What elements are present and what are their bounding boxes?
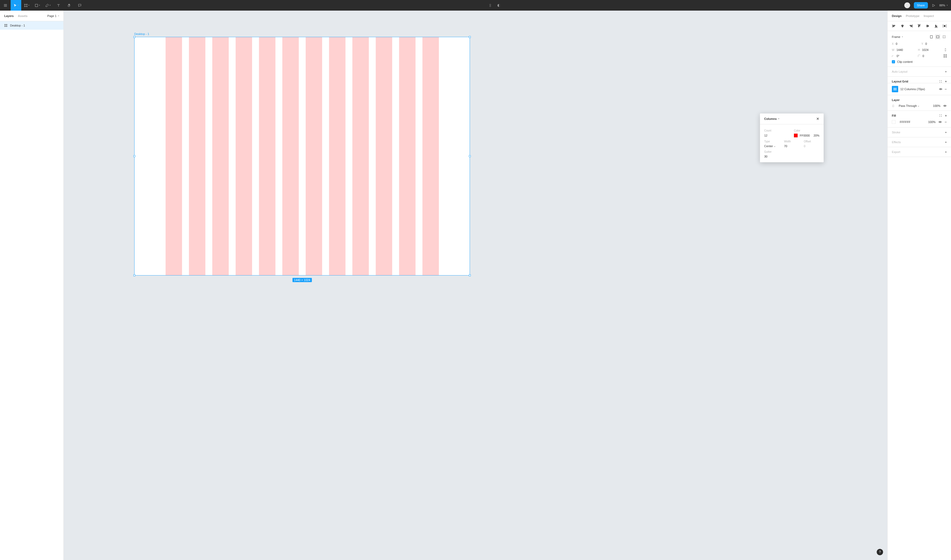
canvas[interactable]: Desktop - 1 1440 × 1024 Columns▾ ✕ Count… xyxy=(64,11,887,560)
plus-icon[interactable]: + xyxy=(945,150,947,154)
y-input[interactable]: 0 xyxy=(925,42,927,45)
resize-handle[interactable] xyxy=(469,36,471,38)
mask-icon[interactable] xyxy=(497,0,501,11)
fill-opacity-input[interactable]: 100% xyxy=(928,120,936,123)
share-button[interactable]: Share xyxy=(914,2,928,8)
svg-rect-20 xyxy=(902,26,903,27)
help-button[interactable]: ? xyxy=(877,549,883,555)
svg-point-44 xyxy=(940,82,940,83)
stroke-title: Stroke xyxy=(892,131,900,134)
hand-tool[interactable] xyxy=(64,0,74,11)
resize-handle[interactable] xyxy=(469,274,471,276)
components-icon[interactable] xyxy=(488,0,492,11)
effects-title: Effects xyxy=(892,140,900,144)
h-input[interactable]: 1024 xyxy=(922,48,928,51)
grid-item-label[interactable]: 12 Columns (70px) xyxy=(900,88,937,91)
svg-rect-7 xyxy=(35,4,37,6)
x-input[interactable]: 0 xyxy=(896,42,897,45)
text-tool[interactable] xyxy=(53,0,64,11)
offset-input: 0 xyxy=(804,145,819,148)
export-title: Export xyxy=(892,150,900,154)
eye-icon[interactable] xyxy=(939,88,943,91)
present-button[interactable] xyxy=(932,0,936,11)
plus-icon[interactable]: + xyxy=(945,140,947,144)
menu-button[interactable] xyxy=(0,0,11,11)
frame-tool[interactable]: ▾ xyxy=(21,0,32,11)
svg-point-51 xyxy=(940,115,940,115)
plus-icon[interactable]: + xyxy=(945,80,947,83)
fill-styles-icon[interactable] xyxy=(939,114,942,117)
avatar[interactable] xyxy=(904,2,910,8)
columns-icon[interactable] xyxy=(892,86,898,92)
radius-icon xyxy=(918,55,920,57)
rotation-input[interactable]: 0° xyxy=(897,54,900,57)
svg-rect-25 xyxy=(919,25,919,27)
minus-icon[interactable]: − xyxy=(945,120,947,124)
tab-inspect[interactable]: Inspect xyxy=(924,14,934,17)
resize-fit-button[interactable] xyxy=(942,34,947,40)
color-hex-input[interactable]: FF0000 xyxy=(800,134,810,137)
shape-tool[interactable]: ▾ xyxy=(32,0,42,11)
opacity-input[interactable]: 100% xyxy=(933,104,940,108)
clip-content-checkbox[interactable]: ✓ xyxy=(892,60,895,63)
svg-point-54 xyxy=(941,116,942,117)
count-input[interactable]: 12 xyxy=(764,134,790,137)
layer-title: Layer xyxy=(892,98,900,102)
resize-handle[interactable] xyxy=(134,36,135,38)
page-selector[interactable]: Page 1▾ xyxy=(47,14,59,17)
plus-icon[interactable]: + xyxy=(945,70,947,73)
svg-rect-29 xyxy=(928,25,928,27)
tab-prototype[interactable]: Prototype xyxy=(906,14,919,17)
columns-popup: Columns▾ ✕ CountColor 12 FF0000 20% xyxy=(760,114,824,162)
zoom-level[interactable]: 88%▾ xyxy=(939,4,948,7)
blend-mode-dropdown[interactable]: Pass Through ▾ xyxy=(899,104,919,108)
frame-preset-dropdown[interactable]: Frame▾ xyxy=(892,35,903,38)
align-right-icon[interactable] xyxy=(909,24,913,28)
resize-handle[interactable] xyxy=(134,155,135,157)
color-opacity-input[interactable]: 20% xyxy=(814,134,819,137)
tab-layers[interactable]: Layers xyxy=(4,14,14,17)
layer-item[interactable]: Desktop - 1 xyxy=(0,21,63,30)
close-icon[interactable]: ✕ xyxy=(816,117,819,121)
align-left-icon[interactable] xyxy=(892,24,896,28)
width-input[interactable]: 70 xyxy=(784,145,800,148)
pen-tool[interactable]: ▾ xyxy=(42,0,53,11)
w-input[interactable]: 1440 xyxy=(896,48,903,51)
distribute-icon[interactable] xyxy=(943,24,947,28)
eye-icon[interactable] xyxy=(938,121,942,123)
move-tool[interactable]: ▾ xyxy=(11,0,21,11)
layoutgrid-title: Layout Grid xyxy=(892,80,908,83)
align-vcenter-icon[interactable] xyxy=(926,24,930,28)
toolbar: ▾ ▾ ▾ ▾ Share 88%▾ xyxy=(0,0,951,11)
svg-rect-39 xyxy=(946,55,946,55)
tab-assets[interactable]: Assets xyxy=(18,14,27,17)
link-icon[interactable] xyxy=(944,48,947,52)
fill-swatch[interactable] xyxy=(892,120,896,124)
plus-icon[interactable]: + xyxy=(945,114,947,117)
frame-label[interactable]: Desktop - 1 xyxy=(134,32,149,35)
resize-handle[interactable] xyxy=(134,274,135,276)
corner-expand-icon[interactable] xyxy=(943,54,947,57)
align-bottom-icon[interactable] xyxy=(934,24,938,28)
align-hcenter-icon[interactable] xyxy=(900,24,905,28)
frame[interactable]: 1440 × 1024 xyxy=(134,37,470,275)
plus-icon[interactable]: + xyxy=(945,131,947,134)
resize-handle[interactable] xyxy=(469,155,471,157)
type-input[interactable]: Center ▾ xyxy=(764,145,780,148)
size-badge: 1440 × 1024 xyxy=(293,278,312,282)
color-swatch[interactable] xyxy=(794,134,798,137)
comment-tool[interactable] xyxy=(74,0,85,11)
clip-content-label: Clip content xyxy=(897,60,912,63)
fill-hex-input[interactable]: FFFFFF xyxy=(900,120,910,123)
grid-styles-icon[interactable] xyxy=(939,80,942,83)
eye-icon[interactable] xyxy=(943,105,947,107)
radius-input[interactable]: 0 xyxy=(923,54,924,57)
landscape-button[interactable] xyxy=(935,34,940,40)
fill-title: Fill xyxy=(892,114,896,117)
align-top-icon[interactable] xyxy=(917,24,921,28)
minus-icon[interactable]: − xyxy=(945,87,947,91)
tab-design[interactable]: Design xyxy=(892,14,902,17)
gutter-input[interactable]: 30 xyxy=(764,155,780,158)
popup-title[interactable]: Columns▾ xyxy=(764,117,779,120)
portrait-button[interactable] xyxy=(929,34,934,40)
